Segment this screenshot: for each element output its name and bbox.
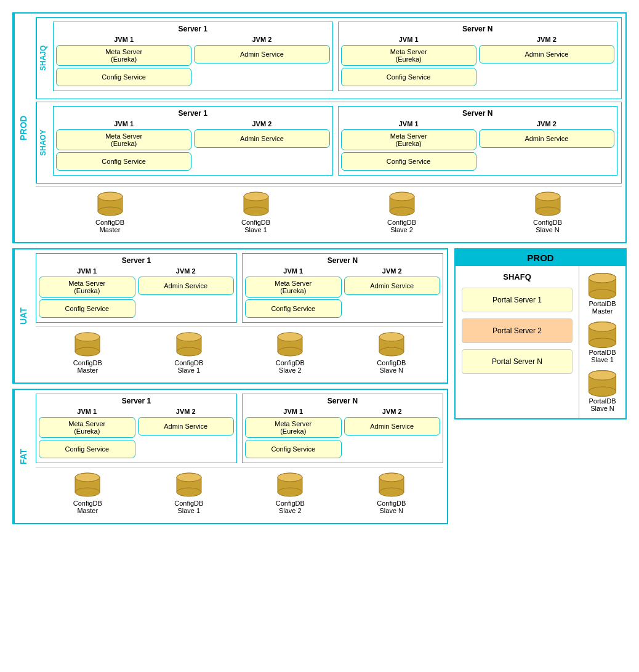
shaoy-server1: Server 1 JVM 1 Meta Server(Eureka) Confi… xyxy=(53,106,333,176)
uat-s1-admin: Admin Service xyxy=(138,277,235,295)
uat-server1-jvms: JVM 1 Meta Server(Eureka) Config Service… xyxy=(39,267,234,320)
fat-serverN-jvms: JVM 1 Meta Server(Eureka) Config Service… xyxy=(245,408,440,460)
uat-db-slave2-l2: Slave 2 xyxy=(279,366,302,374)
fat-s1-admin: Admin Service xyxy=(138,417,235,435)
svg-point-42 xyxy=(278,488,302,496)
uat-serverN-title: Server N xyxy=(245,256,440,265)
portaldb-slaveN-l2: Slave N xyxy=(590,405,614,412)
uat-env-block: UAT Server 1 JVM 1 Meta Server(Eureka) C… xyxy=(12,248,448,384)
fat-db-slave1-l2: Slave 1 xyxy=(177,507,200,514)
fat-db-slaveN: ConfigDB Slave N xyxy=(344,472,440,514)
uat-db-slave1-l2: Slave 1 xyxy=(177,366,200,374)
prod-db-slaveN-label2: Slave N xyxy=(536,226,560,233)
portaldb-master-l1: PortalDB xyxy=(589,300,616,307)
fat-db-slave2-icon xyxy=(275,472,305,497)
uat-db-master-l2: Master xyxy=(77,366,98,374)
prod-db-master-label1: ConfigDB xyxy=(95,219,124,226)
shafq-portal-section: SHAFQ Portal Server 1 Portal Server 2 Po… xyxy=(456,266,579,418)
prod-db-row: ConfigDB Master ConfigDB Slave 1 xyxy=(36,186,622,238)
portal-server2-box: Portal Server 2 xyxy=(462,318,573,343)
shaoy-s1-jvm1-label: JVM 1 xyxy=(56,120,191,128)
shajq-servers-row: Server 1 JVM 1 Meta Server(Eureka) Confi… xyxy=(53,22,617,91)
uat-db-master-l1: ConfigDB xyxy=(73,359,102,366)
uat-sN-jvm1-label: JVM 1 xyxy=(245,267,342,275)
portaldb-master-l2: Master xyxy=(592,307,613,315)
uat-sN-config: Config Service xyxy=(245,299,342,318)
shajq-server1-jvms: JVM 1 Meta Server(Eureka) Config Service… xyxy=(56,36,330,88)
fat-db-slave1: ConfigDB Slave 1 xyxy=(141,472,238,514)
fat-s1-jvm1-label: JVM 1 xyxy=(39,408,135,415)
fat-serverN-title: Server N xyxy=(245,397,440,405)
shaoy-serverN: Server N JVM 1 Meta Server(Eureka) Confi… xyxy=(338,106,618,176)
uat-server1-title: Server 1 xyxy=(39,256,234,265)
svg-point-19 xyxy=(75,333,100,341)
uat-db-slaveN-l1: ConfigDB xyxy=(377,359,406,366)
uat-serverN: Server N JVM 1 Meta Server(Eureka) Confi… xyxy=(242,253,443,323)
prod-db-slave1-label2: Slave 1 xyxy=(244,226,267,233)
uat-server1: Server 1 JVM 1 Meta Server(Eureka) Confi… xyxy=(36,253,237,323)
shajq-s1-config: Config Service xyxy=(56,68,191,86)
fat-sN-config: Config Service xyxy=(245,440,342,458)
fat-serverN: Server N JVM 1 Meta Server(Eureka) Confi… xyxy=(242,394,443,463)
prod-db-master-label2: Master xyxy=(100,226,121,233)
prod-db-slave2: ConfigDB Slave 2 xyxy=(331,192,472,233)
svg-point-3 xyxy=(98,192,123,201)
shajq-sN-jvm1-label: JVM 1 xyxy=(341,36,476,43)
portaldb-slave1: PortalDB Slave 1 xyxy=(585,321,619,363)
portaldb-slave1-icon xyxy=(585,321,619,349)
fat-s1-config: Config Service xyxy=(39,440,135,458)
fat-db-master-l2: Master xyxy=(77,507,98,514)
svg-point-43 xyxy=(278,473,302,482)
shaoy-s1-meta: Meta Server(Eureka) xyxy=(56,129,191,150)
uat-sN-meta: Meta Server(Eureka) xyxy=(245,277,342,298)
prod-db-slaveN-icon xyxy=(532,192,563,216)
fat-db-slave2: ConfigDB Slave 2 xyxy=(242,472,339,514)
fat-sN-jvm1-label: JVM 1 xyxy=(245,408,342,415)
prod-db-master: ConfigDB Master xyxy=(39,192,180,233)
fat-inner: Server 1 JVM 1 Meta Server(Eureka) Confi… xyxy=(32,390,447,523)
shajq-s1-admin: Admin Service xyxy=(194,45,329,63)
uat-db-row: ConfigDB Master ConfigDB Slave 1 xyxy=(36,326,443,379)
prod-db-slave2-label2: Slave 2 xyxy=(390,226,413,233)
svg-point-51 xyxy=(589,273,616,283)
shajq-s1-jvm2: JVM 2 Admin Service xyxy=(194,36,329,65)
svg-point-31 xyxy=(379,333,404,341)
shajq-sN-jvm1: JVM 1 Meta Server(Eureka) Config Service xyxy=(341,36,476,88)
svg-point-34 xyxy=(75,488,100,496)
prod-db-master-icon xyxy=(95,192,126,216)
uat-db-master-icon xyxy=(72,332,103,357)
fat-db-master-icon xyxy=(72,472,103,497)
uat-db-slave2: ConfigDB Slave 2 xyxy=(242,332,339,374)
shajq-zone: SHAJQ Server 1 JVM 1 Meta Server(Eureka)… xyxy=(36,17,622,99)
svg-point-27 xyxy=(278,333,302,341)
shajq-s1-jvm1-label: JVM 1 xyxy=(56,36,191,43)
shaoy-serverN-title: Server N xyxy=(341,109,615,118)
svg-point-18 xyxy=(75,347,100,356)
uat-s1-config: Config Service xyxy=(39,299,135,318)
fat-db-slaveN-l1: ConfigDB xyxy=(377,500,406,507)
shaoy-sN-jvm1-label: JVM 1 xyxy=(341,120,476,128)
fat-s1-jvm2: JVM 2 Admin Service xyxy=(138,408,235,437)
shajq-s1-jvm2-label: JVM 2 xyxy=(194,36,329,43)
fat-db-slave2-l1: ConfigDB xyxy=(276,500,305,507)
uat-sN-jvm2: JVM 2 Admin Service xyxy=(344,267,441,297)
shaoy-server1-title: Server 1 xyxy=(56,109,330,118)
uat-s1-jvm2-label: JVM 2 xyxy=(138,267,235,275)
shajq-serverN-jvms: JVM 1 Meta Server(Eureka) Config Service… xyxy=(341,36,615,88)
uat-s1-meta: Meta Server(Eureka) xyxy=(39,277,135,298)
uat-sN-jvm1: JVM 1 Meta Server(Eureka) Config Service xyxy=(245,267,342,320)
svg-point-22 xyxy=(177,347,201,356)
portal-server1-box: Portal Server 1 xyxy=(462,288,573,312)
shaoy-sN-config: Config Service xyxy=(341,152,476,171)
prod-db-slave1-icon xyxy=(241,192,271,216)
shajq-sN-meta: Meta Server(Eureka) xyxy=(341,45,476,66)
svg-point-30 xyxy=(379,347,404,356)
portaldb-slaveN-l1: PortalDB xyxy=(589,397,616,405)
uat-s1-jvm1-label: JVM 1 xyxy=(39,267,135,275)
portaldb-slaveN: PortalDB Slave N xyxy=(585,370,619,412)
portaldb-section: PortalDB Master PortalDB Slave 1 xyxy=(579,266,625,418)
shaoy-zone: SHAOY Server 1 JVM 1 Meta Server(Eureka)… xyxy=(36,102,622,184)
shaoy-s1-jvm2: JVM 2 Admin Service xyxy=(194,120,329,150)
fat-env-block: FAT Server 1 JVM 1 Meta Server(Eureka) C… xyxy=(12,389,448,524)
shaoy-sN-jvm1: JVM 1 Meta Server(Eureka) Config Service xyxy=(341,120,476,172)
